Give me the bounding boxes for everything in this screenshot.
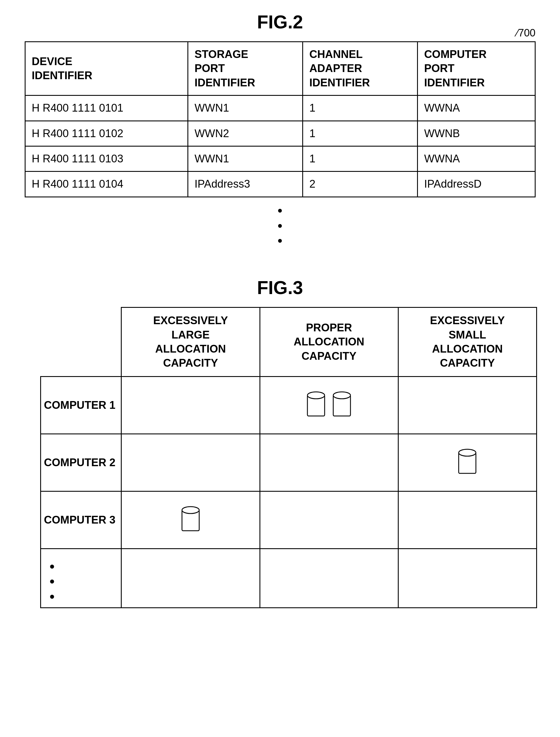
fig3-empty-header bbox=[41, 308, 121, 377]
svg-point-5 bbox=[459, 449, 476, 456]
dots-exlarge-cell bbox=[121, 548, 260, 608]
table-continuation-dots: ••• bbox=[25, 197, 536, 254]
fig3-table: EXCESSIVELYLARGEALLOCATIONCAPACITY PROPE… bbox=[40, 307, 537, 608]
cell-storage-3: WWN1 bbox=[188, 146, 303, 171]
computer2-cylinders bbox=[457, 447, 477, 476]
fig2-wrapper: ∕700 DEVICEIDENTIFIER STORAGEPORTIDENTIF… bbox=[25, 41, 536, 254]
computer3-proper-cell bbox=[260, 491, 398, 548]
fig3-header-row: EXCESSIVELYLARGEALLOCATIONCAPACITY PROPE… bbox=[41, 308, 537, 377]
computer2-proper-cell bbox=[260, 434, 398, 491]
table-header-row: DEVICEIDENTIFIER STORAGEPORTIDENTIFIER C… bbox=[25, 42, 535, 96]
cell-channel-2: 1 bbox=[303, 121, 417, 146]
cell-channel-4: 2 bbox=[303, 172, 417, 197]
cell-device-2: H R400 1111 0102 bbox=[25, 121, 188, 146]
fig3-row-computer3: COMPUTER 3 bbox=[41, 491, 537, 548]
col-header-exsmall: EXCESSIVELYSMALLALLOCATIONCAPACITY bbox=[398, 308, 536, 377]
computer1-proper-cell bbox=[260, 376, 398, 434]
fig3-row-computer2: COMPUTER 2 bbox=[41, 434, 537, 491]
table-row: H R400 1111 0103 WWN1 1 WWNA bbox=[25, 146, 535, 171]
computer2-exlarge-cell bbox=[121, 434, 260, 491]
cell-device-4: H R400 1111 0104 bbox=[25, 172, 188, 197]
cell-device-1: H R400 1111 0101 bbox=[25, 96, 188, 121]
computer2-label: COMPUTER 2 bbox=[41, 434, 121, 491]
computer3-label: COMPUTER 3 bbox=[41, 491, 121, 548]
cell-storage-1: WWN1 bbox=[188, 96, 303, 121]
cylinder-icon bbox=[306, 389, 326, 418]
dots-proper-cell bbox=[260, 548, 398, 608]
svg-point-3 bbox=[333, 392, 350, 399]
cell-computer-2: WWNB bbox=[417, 121, 535, 146]
table-row: H R400 1111 0104 IPAddress3 2 IPAddressD bbox=[25, 172, 535, 197]
fig2-title: FIG.2 bbox=[23, 11, 537, 33]
computer2-exsmall-cell bbox=[398, 434, 536, 491]
cell-computer-4: IPAddressD bbox=[417, 172, 535, 197]
cell-channel-1: 1 bbox=[303, 96, 417, 121]
computer1-cylinders bbox=[306, 389, 352, 418]
col-header-device: DEVICEIDENTIFIER bbox=[25, 42, 188, 96]
computer3-exsmall-cell bbox=[398, 491, 536, 548]
cylinder-icon bbox=[457, 447, 477, 476]
fig3-container: EXCESSIVELYLARGEALLOCATIONCAPACITY PROPE… bbox=[40, 307, 537, 608]
col-header-channel: CHANNELADAPTERIDENTIFIER bbox=[303, 42, 417, 96]
cylinder-icon bbox=[181, 504, 201, 533]
computer1-exlarge-cell bbox=[121, 376, 260, 434]
ref-number-700: ∕700 bbox=[516, 27, 535, 39]
fig3-continuation-dots: ••• bbox=[44, 553, 118, 604]
table-row: H R400 1111 0102 WWN2 1 WWNB bbox=[25, 121, 535, 146]
computer3-exlarge-cell bbox=[121, 491, 260, 548]
cell-channel-3: 1 bbox=[303, 146, 417, 171]
col-header-storage: STORAGEPORTIDENTIFIER bbox=[188, 42, 303, 96]
cylinder-icon bbox=[332, 389, 352, 418]
col-header-exlarge: EXCESSIVELYLARGEALLOCATIONCAPACITY bbox=[121, 308, 260, 377]
cell-storage-4: IPAddress3 bbox=[188, 172, 303, 197]
cell-computer-3: WWNA bbox=[417, 146, 535, 171]
dots-label-cell: ••• bbox=[41, 548, 121, 608]
fig3-section: FIG.3 EXCESSIVELYLARGEALLOCATIONCAPACITY… bbox=[23, 277, 537, 608]
cell-device-3: H R400 1111 0103 bbox=[25, 146, 188, 171]
table-row: H R400 1111 0101 WWN1 1 WWNA bbox=[25, 96, 535, 121]
col-header-proper: PROPERALLOCATIONCAPACITY bbox=[260, 308, 398, 377]
computer1-exsmall-cell bbox=[398, 376, 536, 434]
cell-computer-1: WWNA bbox=[417, 96, 535, 121]
dots-exsmall-cell bbox=[398, 548, 536, 608]
fig3-row-computer1: COMPUTER 1 bbox=[41, 376, 537, 434]
cell-storage-2: WWN2 bbox=[188, 121, 303, 146]
fig3-dots-row: ••• bbox=[41, 548, 537, 608]
computer3-cylinders bbox=[181, 504, 201, 533]
fig2-section: FIG.2 ∕700 DEVICEIDENTIFIER STORAGEPORTI… bbox=[23, 11, 537, 254]
fig3-title: FIG.3 bbox=[23, 277, 537, 298]
svg-point-1 bbox=[307, 392, 325, 399]
computer1-label: COMPUTER 1 bbox=[41, 376, 121, 434]
col-header-computer: COMPUTERPORTIDENTIFIER bbox=[417, 42, 535, 96]
fig2-table: DEVICEIDENTIFIER STORAGEPORTIDENTIFIER C… bbox=[25, 41, 536, 197]
svg-point-7 bbox=[182, 507, 199, 513]
